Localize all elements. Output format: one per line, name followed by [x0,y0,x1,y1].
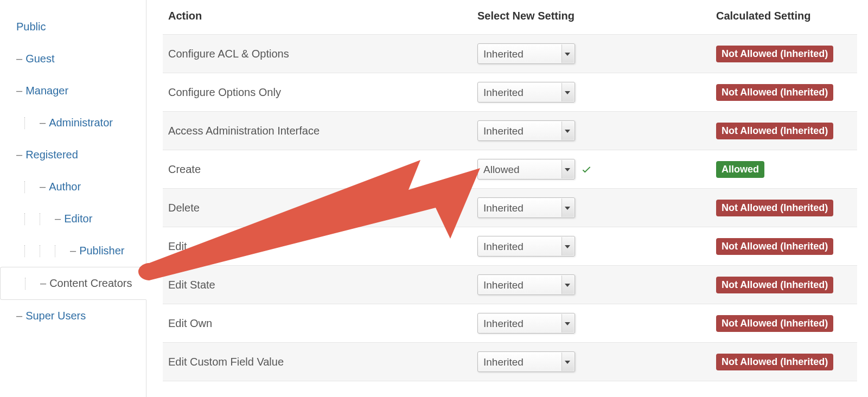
setting-select[interactable]: InheritedAllowedDenied [477,43,575,64]
calculated-cell: Not Allowed (Inherited) [711,112,857,150]
calculated-cell: Not Allowed (Inherited) [711,343,857,381]
setting-cell: InheritedAllowedDenied [472,343,711,381]
status-badge: Not Allowed (Inherited) [716,238,833,255]
sidebar-item-label: Editor [64,213,92,225]
setting-cell: InheritedAllowedDenied [472,266,711,304]
calculated-cell: Not Allowed (Inherited) [711,304,857,343]
table-row: Edit Custom Field ValueInheritedAllowedD… [163,343,857,381]
sidebar-item-content-creators[interactable]: –Content Creators [0,267,146,300]
action-label: Configure Options Only [163,73,472,112]
setting-cell: InheritedAllowedDenied [472,227,711,266]
setting-cell: InheritedAllowedDenied [472,189,711,227]
sidebar-item-publisher[interactable]: –Publisher [0,235,146,267]
setting-select[interactable]: InheritedAllowedDenied [477,351,575,372]
sidebar-item-administrator[interactable]: –Administrator [0,107,146,139]
calculated-cell: Not Allowed (Inherited) [711,35,857,73]
setting-cell: InheritedAllowedDenied [472,73,711,112]
action-label: Delete [163,189,472,227]
user-group-sidebar: Public–Guest–Manager–Administrator–Regis… [0,0,146,397]
action-label: Edit [163,227,472,266]
setting-select[interactable]: InheritedAllowedDenied [477,159,575,180]
table-row: EditInheritedAllowedDeniedNot Allowed (I… [163,227,857,266]
setting-cell: InheritedAllowedDenied [472,35,711,73]
setting-select[interactable]: InheritedAllowedDenied [477,313,575,334]
table-row: Configure ACL & OptionsInheritedAllowedD… [163,35,857,73]
sidebar-item-label: Publisher [79,245,124,257]
table-row: Access Administration InterfaceInherited… [163,112,857,150]
status-badge: Not Allowed (Inherited) [716,315,833,332]
setting-cell: InheritedAllowedDenied [472,112,711,150]
status-badge: Not Allowed (Inherited) [716,200,833,216]
status-badge: Not Allowed (Inherited) [716,123,833,139]
setting-select[interactable]: InheritedAllowedDenied [477,236,575,257]
header-calc: Calculated Setting [711,0,857,35]
action-label: Configure ACL & Options [163,35,472,73]
setting-select[interactable]: InheritedAllowedDenied [477,197,575,218]
table-row: CreateInheritedAllowedDeniedAllowed [163,150,857,189]
sidebar-item-label: Administrator [49,117,113,129]
sidebar-item-label: Content Creators [49,277,132,290]
sidebar-item-guest[interactable]: –Guest [0,43,146,75]
sidebar-item-label: Manager [25,85,68,97]
table-row: Configure Options OnlyInheritedAllowedDe… [163,73,857,112]
sidebar-item-super-users[interactable]: –Super Users [0,300,146,332]
sidebar-item-registered[interactable]: –Registered [0,139,146,171]
calculated-cell: Allowed [711,150,857,189]
setting-select[interactable]: InheritedAllowedDenied [477,120,575,141]
calculated-cell: Not Allowed (Inherited) [711,266,857,304]
permissions-table: Action Select New Setting Calculated Set… [163,0,857,381]
status-badge: Allowed [716,161,764,178]
sidebar-item-public[interactable]: Public [0,11,146,43]
sidebar-item-author[interactable]: –Author [0,171,146,203]
table-row: Edit StateInheritedAllowedDeniedNot Allo… [163,266,857,304]
table-row: Edit OwnInheritedAllowedDeniedNot Allowe… [163,304,857,343]
calculated-cell: Not Allowed (Inherited) [711,227,857,266]
calculated-cell: Not Allowed (Inherited) [711,73,857,112]
status-badge: Not Allowed (Inherited) [716,46,833,62]
action-label: Create [163,150,472,189]
permissions-panel: Action Select New Setting Calculated Set… [146,0,868,397]
sidebar-item-label: Guest [25,53,54,65]
header-setting: Select New Setting [472,0,711,35]
setting-cell: InheritedAllowedDenied [472,304,711,343]
action-label: Edit Custom Field Value [163,343,472,381]
setting-select[interactable]: InheritedAllowedDenied [477,82,575,103]
setting-cell: InheritedAllowedDenied [472,150,711,189]
status-badge: Not Allowed (Inherited) [716,84,833,101]
action-label: Edit State [163,266,472,304]
sidebar-item-label: Registered [25,149,78,161]
status-badge: Not Allowed (Inherited) [716,277,833,293]
sidebar-item-editor[interactable]: –Editor [0,203,146,235]
table-row: DeleteInheritedAllowedDeniedNot Allowed … [163,189,857,227]
sidebar-item-label: Author [49,181,81,193]
action-label: Edit Own [163,304,472,343]
sidebar-item-label: Public [16,21,46,33]
calculated-cell: Not Allowed (Inherited) [711,189,857,227]
setting-select[interactable]: InheritedAllowedDenied [477,274,575,295]
status-badge: Not Allowed (Inherited) [716,354,833,370]
header-action: Action [163,0,472,35]
action-label: Access Administration Interface [163,112,472,150]
check-icon [580,163,592,175]
sidebar-item-manager[interactable]: –Manager [0,75,146,107]
sidebar-item-label: Super Users [25,310,86,322]
